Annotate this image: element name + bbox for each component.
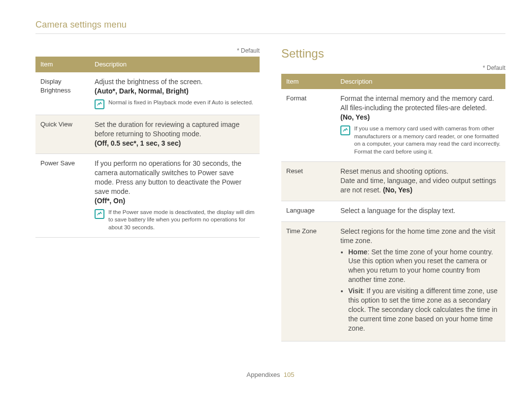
columns: * Default Item Description Display Brigh…: [35, 46, 505, 341]
note-icon: [95, 99, 104, 109]
footer-label: Appendixes: [247, 371, 280, 378]
row-item: Format: [281, 89, 335, 161]
note-icon: [95, 209, 104, 219]
row-desc-text: If you perform no operations for 30 seco…: [95, 159, 241, 195]
settings-table-left: Item Description Display Brightness Adju…: [35, 57, 260, 238]
row-options-inline: (No, Yes): [383, 186, 412, 194]
row-note: Normal is fixed in Playback mode even if…: [95, 99, 255, 109]
row-item: Time Zone: [281, 221, 335, 341]
row-options: (Off, 0.5 sec*, 1 sec, 3 sec): [95, 139, 181, 147]
page-footer: Appendixes 105: [35, 370, 505, 379]
col-header-description: Description: [90, 57, 260, 72]
row-description: If you perform no operations for 30 seco…: [90, 154, 260, 238]
settings-table-right: Item Description Format Format the inter…: [281, 74, 505, 341]
table-row: Quick View Set the duration for reviewin…: [35, 115, 260, 154]
row-description: Set the duration for reviewing a capture…: [90, 115, 260, 154]
list-item: Home: Set the time zone of your home cou…: [348, 247, 500, 285]
row-description: Reset menus and shooting options. Date a…: [335, 162, 505, 201]
row-note: If you use a memory card used with camer…: [340, 125, 500, 155]
row-description: Select regions for the home time zone an…: [335, 221, 505, 341]
page-number: 105: [284, 371, 295, 378]
row-desc-text: Reset menus and shooting options. Date a…: [340, 167, 496, 194]
bullet-lead: Visit: [348, 287, 363, 295]
table-row: Language Select a language for the displ…: [281, 201, 505, 221]
default-note-right: * Default: [281, 64, 505, 72]
row-desc-text: Set the duration for reviewing a capture…: [95, 121, 239, 138]
row-desc-text: Adjust the brightness of the screen.: [95, 78, 202, 86]
bullet-text: : Set the time zone of your home country…: [348, 248, 493, 284]
row-note-text: If the Power save mode is deactivated, t…: [108, 209, 255, 232]
table-row: Format Format the internal memory and th…: [281, 89, 505, 161]
row-desc-text: Format the internal memory and the memor…: [340, 94, 494, 112]
row-item: Display Brightness: [35, 72, 90, 115]
row-options: (Auto*, Dark, Normal, Bright): [95, 87, 189, 95]
row-note-text: If you use a memory card used with camer…: [354, 125, 500, 155]
row-item: Quick View: [35, 115, 90, 154]
breadcrumb: Camera settings menu: [35, 19, 505, 34]
default-note-left: * Default: [35, 47, 260, 55]
bullet-lead: Home: [348, 248, 367, 256]
row-item: Reset: [281, 162, 335, 201]
row-desc-text: Select regions for the home time zone an…: [340, 227, 495, 245]
table-row: Power Save If you perform no operations …: [35, 154, 260, 238]
row-options: (Off*, On): [95, 197, 125, 205]
row-item: Power Save: [35, 154, 90, 238]
list-item: Visit: If you are visiting a different t…: [348, 286, 500, 333]
row-options: (No, Yes): [340, 113, 370, 121]
right-column: Settings * Default Item Description Form…: [281, 46, 505, 341]
note-icon: [340, 125, 350, 135]
row-item: Language: [281, 201, 335, 221]
row-description: Format the internal memory and the memor…: [335, 89, 505, 161]
table-row: Reset Reset menus and shooting options. …: [281, 162, 505, 201]
section-title: Settings: [281, 46, 505, 62]
table-row: Time Zone Select regions for the home ti…: [281, 221, 505, 341]
table-row: Display Brightness Adjust the brightness…: [35, 72, 260, 115]
row-description: Adjust the brightness of the screen. (Au…: [90, 72, 260, 115]
bullet-text: : If you are visiting a different time z…: [348, 287, 498, 332]
row-desc-text: Select a language for the display text.: [340, 207, 455, 215]
col-header-item: Item: [281, 74, 335, 90]
col-header-item: Item: [35, 57, 90, 72]
page-content: Camera settings menu * Default Item Desc…: [35, 19, 505, 383]
row-bullets: Home: Set the time zone of your home cou…: [340, 247, 500, 333]
col-header-description: Description: [335, 74, 505, 90]
left-column: * Default Item Description Display Brigh…: [35, 46, 260, 341]
row-note: If the Power save mode is deactivated, t…: [95, 209, 255, 232]
row-note-text: Normal is fixed in Playback mode even if…: [108, 99, 255, 109]
row-description: Select a language for the display text.: [335, 201, 505, 221]
